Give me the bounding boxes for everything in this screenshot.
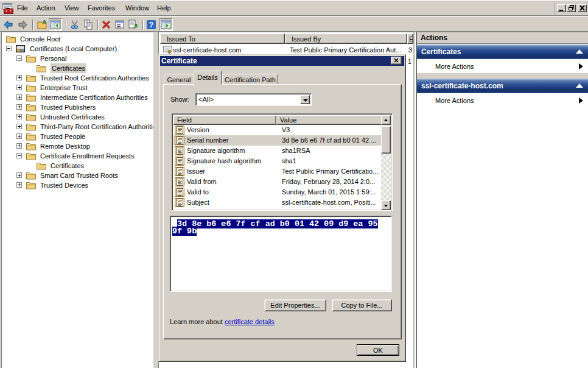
svg-text:?: ? (149, 21, 153, 29)
